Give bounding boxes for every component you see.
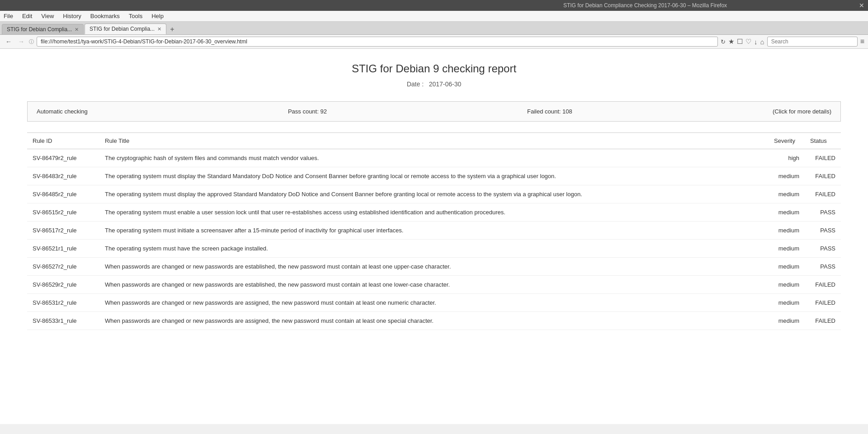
bookmark-star-icon[interactable]: ★ <box>728 38 734 46</box>
date-value: 2017-06-30 <box>429 80 462 88</box>
cell-status: PASS <box>805 240 841 258</box>
cell-rule-title: The operating system must display the St… <box>99 167 769 185</box>
menu-icon[interactable]: ≡ <box>860 38 864 46</box>
cell-status: FAILED <box>805 312 841 330</box>
menu-view[interactable]: View <box>39 12 56 20</box>
table-row: SV-86485r2_ruleThe operating system must… <box>27 185 841 203</box>
cell-severity: medium <box>769 312 805 330</box>
summary-pass-count: Pass count: 92 <box>288 108 327 115</box>
url-input[interactable] <box>37 37 718 47</box>
tab-0[interactable]: STIG for Debian Complia... ✕ <box>2 24 84 34</box>
new-tab-button[interactable]: + <box>167 24 177 34</box>
col-header-status: Status <box>805 133 841 149</box>
cell-rule-title: When passwords are changed or new passwo… <box>99 312 769 330</box>
tab-1-close[interactable]: ✕ <box>157 26 161 32</box>
cell-rule-id: SV-86479r2_rule <box>27 149 99 167</box>
cell-rule-id: SV-86529r2_rule <box>27 276 99 294</box>
window-close-button[interactable]: ✕ <box>859 2 864 9</box>
table-row: SV-86531r2_ruleWhen passwords are change… <box>27 294 841 312</box>
cell-rule-id: SV-86515r2_rule <box>27 203 99 222</box>
window-title: STIG for Debian Compliance Checking 2017… <box>431 2 859 9</box>
report-date: Date : 2017-06-30 <box>27 80 841 88</box>
table-row: SV-86517r2_ruleThe operating system must… <box>27 222 841 240</box>
page-content: STIG for Debian 9 checking report Date :… <box>0 49 868 424</box>
cell-rule-title: The cryptographic hash of system files a… <box>99 149 769 167</box>
cell-status: FAILED <box>805 294 841 312</box>
summary-label: Automatic checking <box>37 108 88 115</box>
table-header-row: Rule ID Rule Title Severity Status <box>27 133 841 149</box>
pocket-icon[interactable]: ♡ <box>745 38 751 46</box>
tab-1[interactable]: STIG for Debian Complia... ✕ <box>85 24 166 34</box>
tab-1-label: STIG for Debian Complia... <box>90 26 155 32</box>
cell-rule-title: When passwords are changed or new passwo… <box>99 294 769 312</box>
cell-status: FAILED <box>805 185 841 203</box>
title-bar: STIG for Debian Compliance Checking 2017… <box>0 0 868 11</box>
forward-button[interactable]: → <box>16 37 26 46</box>
cell-rule-title: When passwords are changed or new passwo… <box>99 276 769 294</box>
cell-status: FAILED <box>805 276 841 294</box>
cell-severity: high <box>769 149 805 167</box>
menu-file[interactable]: File <box>2 12 15 20</box>
table-row: SV-86521r1_ruleThe operating system must… <box>27 240 841 258</box>
summary-fail-count: Failed count: 108 <box>527 108 572 115</box>
cell-status: FAILED <box>805 167 841 185</box>
report-title: STIG for Debian 9 checking report <box>27 62 841 75</box>
menu-bar: File Edit View History Bookmarks Tools H… <box>0 11 868 22</box>
menu-help[interactable]: Help <box>150 12 165 20</box>
cell-rule-title: The operating system must have the scree… <box>99 240 769 258</box>
summary-details-link[interactable]: (Click for more details) <box>773 108 831 115</box>
table-row: SV-86527r2_ruleWhen passwords are change… <box>27 258 841 276</box>
cell-rule-title: The operating system must display the ap… <box>99 185 769 203</box>
date-label: Date : <box>407 80 424 88</box>
col-header-rule-id: Rule ID <box>27 133 99 149</box>
tab-bar: STIG for Debian Complia... ✕ STIG for De… <box>0 22 868 35</box>
cell-status: PASS <box>805 203 841 222</box>
cell-status: PASS <box>805 258 841 276</box>
cell-severity: medium <box>769 203 805 222</box>
cell-rule-id: SV-86517r2_rule <box>27 222 99 240</box>
col-header-severity: Severity <box>769 133 805 149</box>
menu-edit[interactable]: Edit <box>20 12 34 20</box>
home-icon[interactable]: ⌂ <box>760 38 764 46</box>
cell-severity: medium <box>769 294 805 312</box>
download-icon[interactable]: ↓ <box>754 38 758 46</box>
cell-rule-title: The operating system must enable a user … <box>99 203 769 222</box>
rules-table: Rule ID Rule Title Severity Status SV-86… <box>27 132 841 330</box>
col-header-rule-title: Rule Title <box>99 133 769 149</box>
table-row: SV-86479r2_ruleThe cryptographic hash of… <box>27 149 841 167</box>
cell-rule-id: SV-86483r2_rule <box>27 167 99 185</box>
reading-view-icon[interactable]: ☐ <box>737 38 743 46</box>
tab-0-close[interactable]: ✕ <box>75 27 79 33</box>
address-bar: ← → ⓘ ↻ ★ ☐ ♡ ↓ ⌂ ≡ <box>0 35 868 49</box>
cell-rule-id: SV-86527r2_rule <box>27 258 99 276</box>
cell-rule-id: SV-86485r2_rule <box>27 185 99 203</box>
cell-severity: medium <box>769 258 805 276</box>
menu-tools[interactable]: Tools <box>127 12 144 20</box>
cell-rule-title: When passwords are changed or new passwo… <box>99 258 769 276</box>
secure-icon: ⓘ <box>29 38 34 45</box>
cell-severity: medium <box>769 222 805 240</box>
cell-rule-title: The operating system must initiate a scr… <box>99 222 769 240</box>
menu-bookmarks[interactable]: Bookmarks <box>89 12 122 20</box>
table-row: SV-86483r2_ruleThe operating system must… <box>27 167 841 185</box>
summary-bar[interactable]: Automatic checking Pass count: 92 Failed… <box>27 101 841 122</box>
cell-severity: medium <box>769 276 805 294</box>
cell-rule-id: SV-86531r2_rule <box>27 294 99 312</box>
cell-severity: medium <box>769 185 805 203</box>
cell-status: FAILED <box>805 149 841 167</box>
cell-rule-id: SV-86533r1_rule <box>27 312 99 330</box>
cell-status: PASS <box>805 222 841 240</box>
menu-history[interactable]: History <box>61 12 83 20</box>
back-button[interactable]: ← <box>4 37 14 46</box>
table-row: SV-86533r1_ruleWhen passwords are change… <box>27 312 841 330</box>
table-row: SV-86529r2_ruleWhen passwords are change… <box>27 276 841 294</box>
cell-rule-id: SV-86521r1_rule <box>27 240 99 258</box>
cell-severity: medium <box>769 167 805 185</box>
search-input[interactable] <box>767 37 858 47</box>
table-row: SV-86515r2_ruleThe operating system must… <box>27 203 841 222</box>
reload-button[interactable]: ↻ <box>721 38 726 45</box>
cell-severity: medium <box>769 240 805 258</box>
tab-0-label: STIG for Debian Complia... <box>7 26 72 33</box>
